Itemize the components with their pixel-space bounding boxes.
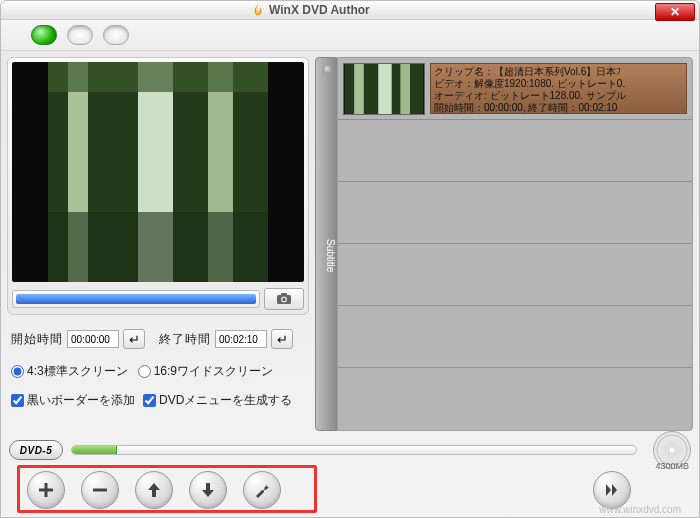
end-time-label: 終了時間 bbox=[159, 331, 211, 348]
dvd-menu-checkbox[interactable]: DVDメニューを生成する bbox=[143, 392, 292, 409]
minus-icon bbox=[91, 481, 109, 499]
chevron-double-right-icon bbox=[603, 481, 621, 499]
svg-rect-12 bbox=[354, 64, 364, 114]
aspect-row: 4:3標準スクリーン 16:9ワイドスクリーン bbox=[7, 363, 309, 380]
preview-progress[interactable] bbox=[12, 290, 260, 308]
left-panel: 開始時間 ↵ 終了時間 ↵ 4:3標準スクリーン 16:9ワイドスクリーン 黒い… bbox=[7, 57, 309, 431]
list-item-empty bbox=[338, 244, 692, 306]
bottom-bar: DVD-5 4300MB www.winxdvd.com bbox=[1, 437, 699, 517]
plus-icon bbox=[37, 481, 55, 499]
app-flame-icon bbox=[251, 3, 265, 17]
options-row: 黒いボーダーを添加 DVDメニューを生成する bbox=[7, 392, 309, 409]
clip-list[interactable]: クリップ名：【超清日本系列Vol.6】日本ﾌ ビデオ：解像度1920:1080.… bbox=[337, 57, 693, 431]
move-down-button[interactable] bbox=[189, 471, 227, 509]
capacity-row: DVD-5 4300MB bbox=[9, 437, 691, 463]
video-preview[interactable] bbox=[12, 62, 304, 282]
wrench-icon bbox=[253, 481, 271, 499]
capacity-track bbox=[71, 445, 637, 455]
main-area: 開始時間 ↵ 終了時間 ↵ 4:3標準スクリーン 16:9ワイドスクリーン 黒い… bbox=[1, 51, 699, 437]
end-time-input[interactable] bbox=[215, 330, 267, 348]
svg-rect-6 bbox=[48, 62, 268, 92]
svg-rect-13 bbox=[378, 64, 391, 114]
arrow-down-icon bbox=[199, 481, 217, 499]
mode-switch-row bbox=[1, 20, 699, 51]
svg-rect-8 bbox=[281, 293, 287, 296]
list-item[interactable]: クリップ名：【超清日本系列Vol.6】日本ﾌ ビデオ：解像度1920:1080.… bbox=[338, 58, 692, 120]
subtitle-tab[interactable]: Subtitle bbox=[315, 57, 337, 431]
list-item-empty bbox=[338, 120, 692, 182]
subtitle-tab-dot-icon bbox=[322, 64, 332, 74]
black-border-checkbox[interactable]: 黒いボーダーを添加 bbox=[11, 392, 135, 409]
svg-rect-16 bbox=[39, 489, 53, 492]
list-item-empty bbox=[338, 306, 692, 368]
right-panel: Subtitle クリップ名：【超清日本系列Vol.6】日本ﾌ ビデオ：解像度1… bbox=[315, 57, 693, 431]
aspect-43-radio[interactable]: 4:3標準スクリーン bbox=[11, 363, 128, 380]
site-watermark: www.winxdvd.com bbox=[599, 504, 681, 515]
snapshot-button[interactable] bbox=[264, 288, 304, 310]
remove-button[interactable] bbox=[81, 471, 119, 509]
start-time-input[interactable] bbox=[67, 330, 119, 348]
arrow-up-icon bbox=[145, 481, 163, 499]
app-window: WinX DVD Author ✕ bbox=[0, 0, 700, 518]
start-time-label: 開始時間 bbox=[11, 331, 63, 348]
mode-light-1[interactable] bbox=[31, 25, 57, 45]
list-item-empty bbox=[338, 368, 692, 430]
time-row: 開始時間 ↵ 終了時間 ↵ bbox=[7, 329, 309, 349]
svg-rect-14 bbox=[400, 64, 410, 114]
window-title: WinX DVD Author bbox=[269, 3, 370, 17]
svg-rect-5 bbox=[48, 212, 268, 282]
close-button[interactable]: ✕ bbox=[655, 3, 695, 21]
mode-light-3[interactable] bbox=[103, 25, 129, 45]
start-time-go-button[interactable]: ↵ bbox=[123, 329, 145, 349]
camera-icon bbox=[276, 293, 292, 305]
dvd-type-badge[interactable]: DVD-5 bbox=[9, 440, 63, 460]
clip-thumbnail bbox=[343, 63, 425, 115]
preview-panel bbox=[7, 57, 309, 315]
svg-rect-17 bbox=[93, 489, 107, 492]
move-up-button[interactable] bbox=[135, 471, 173, 509]
settings-button[interactable] bbox=[243, 471, 281, 509]
capacity-fill bbox=[72, 446, 117, 454]
svg-point-10 bbox=[283, 298, 286, 301]
clip-metadata: クリップ名：【超清日本系列Vol.6】日本ﾌ ビデオ：解像度1920:1080.… bbox=[430, 63, 687, 114]
mode-light-2[interactable] bbox=[67, 25, 93, 45]
titlebar: WinX DVD Author ✕ bbox=[1, 1, 699, 20]
add-button[interactable] bbox=[27, 471, 65, 509]
aspect-169-radio[interactable]: 16:9ワイドスクリーン bbox=[138, 363, 273, 380]
action-row: www.winxdvd.com bbox=[9, 463, 691, 517]
end-time-go-button[interactable]: ↵ bbox=[271, 329, 293, 349]
list-item-empty bbox=[338, 182, 692, 244]
